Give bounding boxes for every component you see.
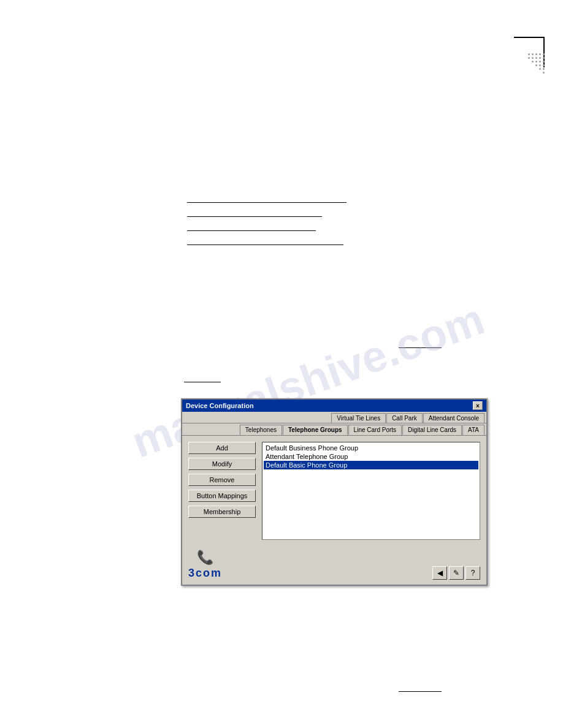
- tab-digital-line-cards[interactable]: Digital Line Cards: [402, 425, 462, 435]
- tab-telephones[interactable]: Telephones: [240, 425, 282, 435]
- list-item-attendant[interactable]: Attendant Telephone Group: [264, 452, 478, 461]
- tab-call-park[interactable]: Call Park: [386, 413, 423, 423]
- text-lines-group: [187, 202, 347, 259]
- text-line-3: [187, 230, 316, 231]
- modify-button[interactable]: Modify: [188, 458, 256, 470]
- text-line-2: [187, 216, 322, 217]
- buttons-panel: Add Modify Remove Button Mappings Member…: [188, 442, 256, 540]
- mid-line-2: [184, 382, 221, 382]
- membership-button[interactable]: Membership: [188, 506, 256, 518]
- dialog-content: Add Modify Remove Button Mappings Member…: [182, 436, 486, 546]
- dialog-title: Device Configuration: [186, 402, 254, 409]
- add-button[interactable]: Add: [188, 442, 256, 454]
- help-nav-button[interactable]: ?: [465, 566, 480, 580]
- logo-text: 3com: [188, 567, 222, 580]
- logo-icon: 📞: [197, 550, 213, 566]
- list-item-default-business[interactable]: Default Business Phone Group: [264, 444, 478, 452]
- tab-line-card-ports[interactable]: Line Card Ports: [348, 425, 402, 435]
- edit-nav-button[interactable]: ✎: [449, 566, 464, 580]
- device-configuration-dialog: Device Configuration × Virtual Tie Lines…: [181, 398, 488, 586]
- corner-dots: [528, 53, 545, 74]
- tab-virtual-tie-lines[interactable]: Virtual Tie Lines: [331, 413, 386, 423]
- remove-button[interactable]: Remove: [188, 474, 256, 486]
- bottom-line: [399, 691, 442, 692]
- back-nav-button[interactable]: ◀: [432, 566, 447, 580]
- dialog-bottom: 📞 3com ◀ ✎ ?: [182, 546, 486, 585]
- button-mappings-button[interactable]: Button Mappings: [188, 490, 256, 502]
- tab-attendant-console[interactable]: Attendant Console: [423, 413, 484, 423]
- tab-row-2: Telephones Telephone Groups Line Card Po…: [182, 423, 486, 436]
- tab-ata[interactable]: ATA: [462, 425, 484, 435]
- mid-line-1: [399, 347, 442, 348]
- list-item-default-basic[interactable]: Default Basic Phone Group: [264, 461, 478, 469]
- text-line-4: [187, 245, 343, 245]
- logo-area: 📞 3com: [188, 550, 222, 580]
- telephone-groups-list[interactable]: Default Business Phone Group Attendant T…: [262, 442, 480, 540]
- tab-telephone-groups[interactable]: Telephone Groups: [283, 425, 348, 435]
- tab-row-1: Virtual Tie Lines Call Park Attendant Co…: [182, 412, 486, 423]
- dialog-titlebar: Device Configuration ×: [182, 400, 486, 412]
- nav-buttons: ◀ ✎ ?: [432, 566, 480, 580]
- text-line-1: [187, 202, 347, 203]
- corner-decoration: [508, 37, 545, 74]
- dialog-close-button[interactable]: ×: [473, 401, 483, 410]
